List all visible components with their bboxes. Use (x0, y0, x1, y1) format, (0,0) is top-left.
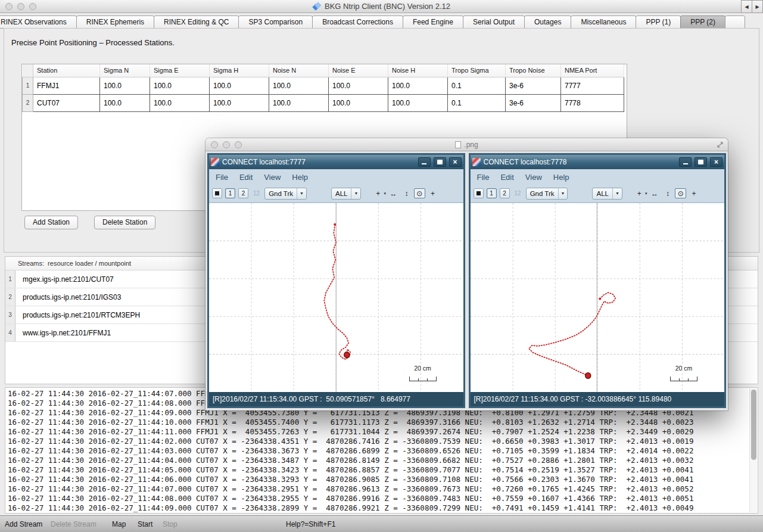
fit-width-icon[interactable]: ↔ (649, 188, 660, 198)
station-cell[interactable]: 100.0 (150, 77, 210, 94)
log-line: 16-02-27 11:44:30 2016-02-27_11:44:09.00… (8, 503, 758, 513)
tab-rinex-editing-qc[interactable]: RINEX Editing & QC (154, 15, 239, 29)
menu-edit[interactable]: Edit (239, 173, 253, 182)
menu-view[interactable]: View (264, 173, 281, 182)
station-cell[interactable]: 0.1 (448, 94, 506, 111)
center-icon[interactable]: ⊙ (414, 188, 425, 198)
action-add-stream[interactable]: Add Stream (5, 516, 42, 532)
plot-type-combo[interactable]: Gnd Trk▼ (264, 188, 307, 200)
pan-icon[interactable]: + (634, 188, 645, 198)
close-button[interactable]: × (449, 157, 462, 167)
fullscreen-icon[interactable] (717, 141, 724, 148)
center-icon[interactable]: ⊙ (675, 188, 686, 198)
pan-icon[interactable]: + (372, 188, 384, 198)
log-scrollbar-thumb[interactable] (751, 390, 756, 460)
station-cell[interactable]: 7777 (561, 77, 624, 94)
plot-type-combo[interactable]: Gnd Trk▼ (526, 188, 568, 200)
column-header-nmea-port[interactable]: NMEA Port (561, 64, 624, 77)
tab-broadcast-corrections[interactable]: Broadcast Corrections (312, 15, 403, 29)
view-2-button[interactable]: 2 (238, 188, 248, 198)
station-cell[interactable]: 100.0 (329, 94, 388, 111)
station-cell[interactable]: 100.0 (100, 77, 150, 94)
maximize-button[interactable] (695, 157, 707, 167)
station-cell[interactable]: CUT07 (33, 94, 100, 111)
tab-outages[interactable]: Outages (524, 15, 571, 29)
crosshair-icon[interactable]: + (688, 188, 699, 198)
menu-file[interactable]: File (216, 173, 228, 182)
dock-button[interactable] (212, 188, 222, 198)
satellite-combo[interactable]: ALL▼ (331, 188, 361, 200)
view-12-button[interactable]: 12 (251, 188, 261, 198)
station-cell[interactable]: 100.0 (100, 94, 150, 111)
crosshair-icon[interactable]: + (427, 188, 438, 198)
menu-help[interactable]: Help (553, 173, 569, 182)
close-traffic-light[interactable] (5, 3, 13, 10)
connect-7777-titlebar[interactable]: CONNECT localhost:7777 × (209, 155, 463, 169)
tab-rinex-observations[interactable]: RINEX Observations (0, 15, 77, 29)
fit-height-icon[interactable]: ↕ (401, 188, 412, 198)
station-cell[interactable]: 3e-6 (506, 77, 561, 94)
action-start[interactable]: Start (138, 516, 152, 532)
column-header-tropo-sigma[interactable]: Tropo Sigma (448, 64, 506, 77)
column-header-tropo-noise[interactable]: Tropo Noise (506, 64, 561, 77)
action-map[interactable]: Map (112, 516, 126, 532)
station-cell[interactable]: 100.0 (329, 77, 388, 94)
tab-scroll-right-icon[interactable]: ▶ (752, 0, 763, 13)
tab-ppp-1-[interactable]: PPP (1) (636, 15, 681, 29)
dock-button[interactable] (474, 188, 484, 198)
satellite-combo[interactable]: ALL▼ (592, 188, 622, 200)
tab-sp3-comparison[interactable]: SP3 Comparison (238, 15, 313, 29)
fit-height-icon[interactable]: ↕ (662, 188, 673, 198)
square-icon (477, 191, 481, 195)
minimize-button[interactable] (679, 157, 692, 167)
plot-svg-1 (471, 203, 725, 392)
tab-feed-engine[interactable]: Feed Engine (403, 15, 463, 29)
station-cell[interactable]: 3e-6 (506, 94, 561, 111)
menu-edit[interactable]: Edit (500, 173, 513, 182)
station-cell[interactable]: 100.0 (388, 94, 448, 111)
maximize-button[interactable] (434, 157, 446, 167)
png-titlebar[interactable]: .png (205, 138, 728, 151)
station-cell[interactable]: 100.0 (210, 94, 269, 111)
column-header-station[interactable]: Station (33, 64, 100, 77)
dropdown-arrow-icon[interactable]: ▾ (645, 191, 647, 196)
station-cell[interactable]: 100.0 (269, 94, 329, 111)
column-header-sigma-n[interactable]: Sigma N (100, 64, 150, 77)
column-header-noise-h[interactable]: Noise H (388, 64, 448, 77)
action-delete-stream[interactable]: Delete Stream (51, 516, 96, 532)
station-cell[interactable]: 100.0 (269, 77, 329, 94)
station-cell[interactable]: 7778 (561, 94, 624, 111)
dropdown-arrow-icon[interactable]: ▾ (384, 191, 386, 196)
fit-width-icon[interactable]: ↔ (388, 188, 399, 198)
zoom-traffic-light[interactable] (29, 3, 36, 10)
column-header-sigma-h[interactable]: Sigma H (210, 64, 269, 77)
tab-ppp-2-[interactable]: PPP (2) (680, 15, 725, 29)
station-cell[interactable]: 100.0 (388, 77, 448, 94)
tab-serial-output[interactable]: Serial Output (463, 15, 525, 29)
station-cell[interactable]: 100.0 (210, 77, 269, 94)
add-station-button[interactable]: Add Station (24, 216, 78, 229)
tab-rinex-ephemeris[interactable]: RINEX Ephemeris (76, 15, 154, 29)
view-1-button[interactable]: 1 (487, 188, 497, 198)
tab-scroll-left-icon[interactable]: ◀ (741, 0, 752, 13)
menu-help[interactable]: Help (292, 173, 308, 182)
station-cell[interactable]: 0.1 (448, 77, 506, 94)
column-header-noise-n[interactable]: Noise N (269, 64, 329, 77)
view-12-button[interactable]: 12 (513, 188, 523, 198)
tab-partial[interactable] (725, 15, 745, 29)
delete-station-button[interactable]: Delete Station (94, 216, 155, 229)
minimize-button[interactable] (418, 157, 431, 167)
column-header-sigma-e[interactable]: Sigma E (150, 64, 210, 77)
view-2-button[interactable]: 2 (500, 188, 510, 198)
tab-miscellaneous[interactable]: Miscellaneous (571, 15, 636, 29)
view-1-button[interactable]: 1 (225, 188, 235, 198)
action-stop[interactable]: Stop (163, 516, 177, 532)
column-header-noise-e[interactable]: Noise E (329, 64, 388, 77)
station-cell[interactable]: FFMJ1 (33, 77, 100, 94)
station-cell[interactable]: 100.0 (150, 94, 210, 111)
minimize-traffic-light[interactable] (17, 3, 24, 10)
connect-7778-titlebar[interactable]: CONNECT localhost:7778 × (471, 155, 725, 169)
menu-file[interactable]: File (477, 173, 490, 182)
close-button[interactable]: × (710, 157, 722, 167)
menu-view[interactable]: View (525, 173, 542, 182)
